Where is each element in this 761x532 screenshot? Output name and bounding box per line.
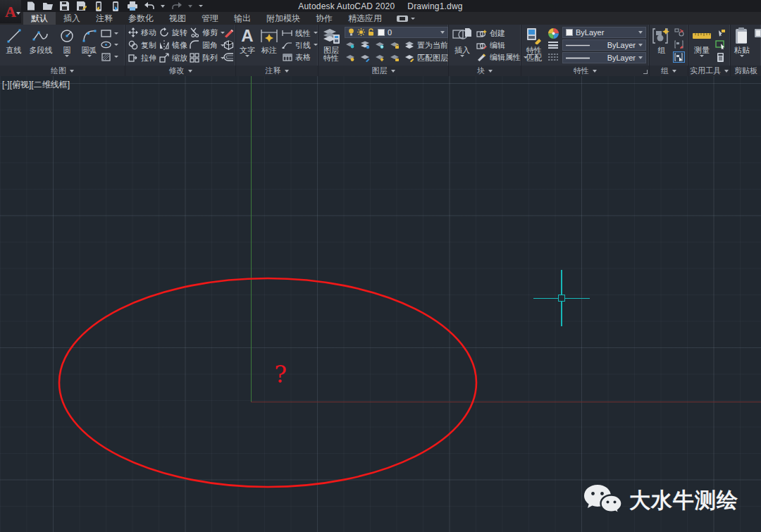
layer-edit-button[interactable] <box>359 53 370 63</box>
tab-parametric[interactable]: 参数化 <box>120 12 161 25</box>
ungroup-icon-button[interactable] <box>674 27 684 37</box>
linetype-sample <box>566 44 590 47</box>
layer-lock-button[interactable] <box>389 40 400 50</box>
panel-clipboard: 粘贴 剪贴板 <box>731 25 761 76</box>
tab-view[interactable]: 视图 <box>161 12 194 25</box>
layer-color-swatch[interactable] <box>378 29 385 36</box>
polyline-icon <box>32 27 49 45</box>
group-selection-toggle-button[interactable] <box>673 51 685 63</box>
properties-expander-icon[interactable] <box>643 70 648 74</box>
layer-on2-button[interactable] <box>345 53 355 63</box>
panel-label-group[interactable]: 组 <box>650 66 688 76</box>
edit-attributes-button[interactable]: 编辑属性 <box>476 52 528 62</box>
linetype-value: ByLayer <box>593 41 636 49</box>
tab-output[interactable]: 输出 <box>226 12 259 25</box>
panel-label-clipboard[interactable]: 剪贴板 <box>731 66 761 76</box>
rectangle-button[interactable] <box>101 28 118 38</box>
autocad-logo-icon: A <box>5 4 16 20</box>
viewport-controls[interactable]: [-][俯视][二维线框] <box>2 79 70 91</box>
panel-label-utilities[interactable]: 实用工具 <box>688 66 730 76</box>
panel-label-block[interactable]: 块 <box>449 66 521 76</box>
match-properties-button[interactable]: 特性 匹配 <box>524 26 545 66</box>
create-block-button[interactable]: 创建 <box>476 28 528 38</box>
copy-button[interactable]: 复制 <box>128 40 159 50</box>
tab-featured-apps[interactable]: 精选应用 <box>340 12 390 25</box>
tab-collaborate[interactable]: 协作 <box>308 12 340 25</box>
offset-button[interactable] <box>223 52 234 62</box>
layer-properties-button[interactable]: 图层 特性 <box>321 26 342 66</box>
quick-calc-icon-button[interactable] <box>715 52 726 62</box>
panel-label-properties[interactable]: 特性 <box>521 66 649 76</box>
object-color-combo[interactable]: ByLayer <box>562 27 646 38</box>
rotate-button[interactable]: 旋转 <box>159 27 190 37</box>
drawn-ellipse[interactable] <box>57 276 478 489</box>
linetype-combo[interactable]: ByLayer <box>562 39 646 51</box>
quick-select-icon-button[interactable] <box>715 28 726 38</box>
layer-thaw2-button[interactable] <box>374 53 385 63</box>
layer-on-icon[interactable] <box>348 28 354 37</box>
tab-annotate[interactable]: 注释 <box>88 12 120 25</box>
layer-combo-arrow-icon[interactable] <box>440 31 445 34</box>
drawing-canvas[interactable]: [-][俯视][二维线框] ? 大水牛测绘 <box>0 76 761 532</box>
select-all-icon-button[interactable] <box>715 40 726 50</box>
lineweight-icon[interactable] <box>548 40 559 50</box>
trim-button[interactable]: 修剪 <box>190 27 222 37</box>
tab-insert[interactable]: 插入 <box>56 12 88 25</box>
edit-block-button[interactable]: 编辑 <box>476 40 528 50</box>
panel-label-draw[interactable]: 绘图 <box>0 66 125 76</box>
dimension-button[interactable]: 标注 <box>259 26 280 66</box>
ellipse-button[interactable] <box>101 40 118 50</box>
lineweight-combo[interactable]: ByLayer <box>562 52 646 63</box>
layer-isolate-button[interactable] <box>359 40 370 50</box>
circle-button[interactable]: 圆 <box>56 26 78 66</box>
layer-unlock2-button[interactable] <box>389 53 400 63</box>
match-layer-button[interactable]: 匹配图层 <box>404 53 448 63</box>
paste-button[interactable]: 粘贴 <box>733 26 751 66</box>
make-current-button[interactable]: 置为当前 <box>404 40 448 50</box>
ellipse-icon <box>101 40 111 50</box>
panel-label-annotate[interactable]: 注释 <box>236 66 318 76</box>
window-title: Autodesk AutoCAD 2020Drawing1.dwg <box>0 1 761 11</box>
leader-button[interactable]: 引线 <box>282 40 318 50</box>
array-button[interactable]: 阵列 <box>190 53 222 63</box>
layer-off-button[interactable] <box>345 40 355 50</box>
erase-button[interactable] <box>223 28 234 38</box>
group-button[interactable]: 组 <box>652 26 672 66</box>
stretch-button[interactable]: 拉伸 <box>128 53 159 63</box>
object-color-value: ByLayer <box>576 28 636 37</box>
layer-thaw-icon[interactable] <box>357 28 365 37</box>
group-edit-icon-button[interactable] <box>674 39 684 49</box>
layer-freeze-button[interactable] <box>374 40 385 50</box>
measure-button[interactable]: 测量 <box>691 26 713 66</box>
layer-selector-combo[interactable]: 0 <box>345 27 448 38</box>
color-wheel-icon[interactable] <box>548 28 559 38</box>
move-button[interactable]: 移动 <box>128 27 159 37</box>
layer-unlock-icon[interactable] <box>368 28 375 37</box>
table-button[interactable]: 表格 <box>282 52 318 62</box>
hatch-button[interactable] <box>101 52 118 62</box>
panel-label-layers[interactable]: 图层 <box>318 66 448 76</box>
arc-button[interactable]: 圆弧 <box>78 26 101 66</box>
mirror-button[interactable]: 镜像 <box>159 40 190 50</box>
linetype-icon[interactable] <box>548 52 559 62</box>
panel-modify: 移动 旋转 修剪 复制 镜像 圆角 拉伸 缩放 阵列 修改 <box>125 25 236 76</box>
tab-home[interactable]: 默认 <box>23 12 56 25</box>
tab-manage[interactable]: 管理 <box>194 12 226 25</box>
cut-icon-button[interactable] <box>753 27 761 37</box>
polyline-button[interactable]: 多段线 <box>25 26 56 66</box>
rotate-icon <box>159 27 169 37</box>
fillet-button[interactable]: 圆角 <box>190 40 222 50</box>
line-button[interactable]: 直线 <box>2 26 25 66</box>
scale-button[interactable]: 缩放 <box>159 53 190 63</box>
ribbon-display-toggle[interactable] <box>397 12 415 25</box>
panel-label-modify[interactable]: 修改 <box>125 66 235 76</box>
insert-block-button[interactable]: 插入 <box>451 26 474 66</box>
explode-button[interactable] <box>223 40 234 50</box>
hatch-dropdown-icon <box>114 56 118 58</box>
question-mark-annotation[interactable]: ? <box>270 361 291 388</box>
text-button[interactable]: A 文字 <box>238 26 256 66</box>
application-menu-button[interactable]: A <box>0 0 21 23</box>
linear-button[interactable]: 线性 <box>282 28 318 38</box>
copy-icon <box>128 40 138 50</box>
tab-addins[interactable]: 附加模块 <box>259 12 308 25</box>
